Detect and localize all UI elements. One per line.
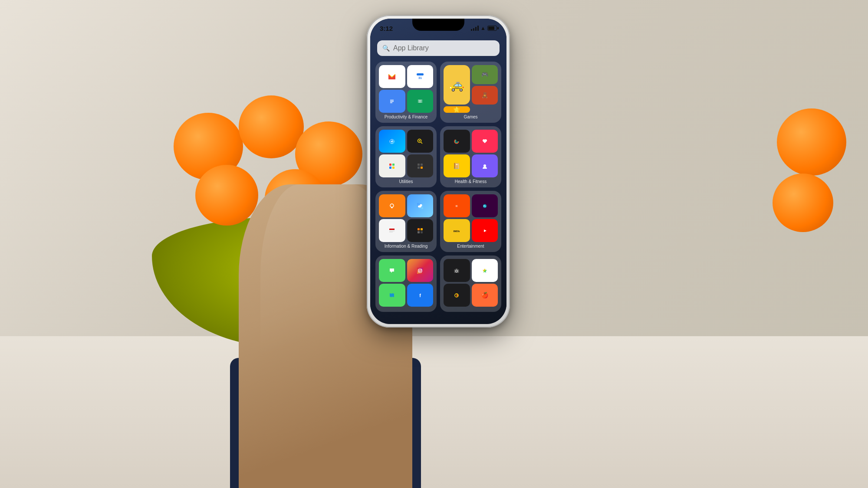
svg-point-64 xyxy=(421,269,422,270)
search-icon: 🔍 xyxy=(382,45,390,52)
orange-right-2 xyxy=(773,174,833,232)
app-launch[interactable] xyxy=(379,154,405,177)
svg-text:f: f xyxy=(419,293,421,298)
folder-label-productivity: Productivity & Finance xyxy=(379,115,433,119)
app-cardhop[interactable] xyxy=(472,154,498,177)
app-weather[interactable] xyxy=(407,194,434,217)
svg-rect-7 xyxy=(390,102,392,103)
svg-rect-12 xyxy=(420,100,420,103)
search-bar[interactable]: 🔍 App Library xyxy=(377,40,500,56)
svg-rect-44 xyxy=(389,231,395,231)
app-journal[interactable]: 📔 xyxy=(444,154,470,177)
svg-point-41 xyxy=(418,205,421,207)
svg-rect-25 xyxy=(418,164,420,166)
folder-entertainment[interactable]: ≡ PL IMDb Entertainment xyxy=(440,191,501,252)
app-overcast[interactable] xyxy=(379,194,405,217)
signal-icon xyxy=(471,26,479,31)
folder-label-info: Information & Reading xyxy=(379,244,433,249)
svg-rect-72 xyxy=(456,269,457,270)
svg-rect-48 xyxy=(421,228,423,230)
orange-right-1 xyxy=(777,108,846,176)
app-reeder[interactable] xyxy=(444,284,470,307)
svg-rect-43 xyxy=(389,229,395,230)
svg-text:≡: ≡ xyxy=(456,204,458,208)
app-imdb[interactable]: IMDb xyxy=(444,219,470,242)
app-taxi[interactable]: 🚕 xyxy=(444,65,470,105)
svg-rect-45 xyxy=(389,232,393,232)
svg-rect-26 xyxy=(421,164,423,166)
svg-rect-50 xyxy=(421,231,423,233)
orange-2 xyxy=(239,95,304,158)
table-surface xyxy=(0,336,868,488)
folder-camera[interactable]: 🍎 xyxy=(440,255,501,312)
folder-row-2: Utilities 📔 xyxy=(375,126,501,187)
folder-social[interactable]: f xyxy=(375,255,437,312)
svg-rect-61 xyxy=(417,268,423,274)
app-calendar[interactable]: 31 xyxy=(407,65,434,88)
folder-label-utilities: Utilities xyxy=(379,179,433,184)
svg-text:PL: PL xyxy=(483,205,486,207)
folder-utilities[interactable]: Utilities xyxy=(375,126,437,187)
svg-rect-6 xyxy=(390,101,394,102)
svg-rect-28 xyxy=(421,167,423,169)
app-photos[interactable] xyxy=(472,259,498,282)
folder-row-3: Information & Reading ≡ PL IMDb xyxy=(375,191,501,252)
app-grid: 31 Productivity & Finance xyxy=(374,60,503,321)
status-icons: ▲ xyxy=(471,25,497,31)
svg-point-20 xyxy=(419,140,420,141)
search-placeholder: App Library xyxy=(393,44,429,52)
app-activity[interactable] xyxy=(444,130,470,153)
svg-point-29 xyxy=(454,139,459,144)
folder-label-entertainment: Entertainment xyxy=(444,244,498,249)
app-health[interactable] xyxy=(472,130,498,153)
app-instagram[interactable] xyxy=(407,259,434,282)
status-time: 3:12 xyxy=(380,25,393,32)
svg-rect-2 xyxy=(417,73,424,75)
app-premier[interactable]: PL xyxy=(472,194,498,217)
folder-label-health: Health & Fitness xyxy=(444,179,498,184)
battery-icon xyxy=(487,26,497,31)
wifi-icon: ▲ xyxy=(480,25,486,31)
app-strava[interactable]: ≡ xyxy=(444,194,470,217)
svg-line-19 xyxy=(421,142,422,144)
svg-text:31: 31 xyxy=(418,76,422,79)
app-youtube[interactable] xyxy=(472,219,498,242)
app-sheets[interactable] xyxy=(407,90,434,113)
app-news[interactable] xyxy=(379,219,405,242)
app-facebook[interactable]: f xyxy=(407,284,434,307)
app-safari[interactable] xyxy=(379,130,405,153)
folder-row-1: 31 Productivity & Finance xyxy=(375,62,501,123)
svg-rect-24 xyxy=(392,167,395,169)
svg-rect-21 xyxy=(389,164,391,166)
svg-rect-5 xyxy=(390,100,394,101)
svg-rect-22 xyxy=(392,164,395,166)
app-docs[interactable] xyxy=(379,90,405,113)
svg-text:IMDb: IMDb xyxy=(454,230,460,233)
app-game1[interactable]: 🧸 xyxy=(472,86,498,105)
app-messages[interactable] xyxy=(379,259,405,282)
notch xyxy=(412,19,464,31)
app-maps[interactable] xyxy=(379,284,405,307)
app-mixed[interactable] xyxy=(407,219,434,242)
folder-games[interactable]: 🚕 🎮 🧸 ⭐ Games xyxy=(440,62,501,123)
svg-rect-27 xyxy=(418,167,420,169)
app-profind[interactable] xyxy=(407,130,434,153)
svg-marker-66 xyxy=(390,293,394,297)
folder-health[interactable]: 📔 Health & Fitness xyxy=(440,126,501,187)
app-gmail[interactable] xyxy=(379,65,405,88)
folder-productivity[interactable]: 31 Productivity & Finance xyxy=(375,62,437,123)
svg-rect-49 xyxy=(418,231,420,233)
folder-label-games: Games xyxy=(444,115,498,119)
app-overflow[interactable] xyxy=(407,154,434,177)
app-mela[interactable]: 🍎 xyxy=(472,284,498,307)
app-minecraft[interactable]: 🎮 xyxy=(472,65,498,84)
iphone-frame: 3:12 ▲ 🔍 App Library xyxy=(367,15,510,328)
svg-rect-23 xyxy=(389,167,391,169)
app-game2[interactable]: ⭐ xyxy=(444,106,470,113)
iphone-screen: 3:12 ▲ 🔍 App Library xyxy=(370,19,506,324)
svg-rect-47 xyxy=(418,228,420,230)
folder-info[interactable]: Information & Reading xyxy=(375,191,437,252)
orange-4 xyxy=(195,165,258,226)
app-camera[interactable] xyxy=(444,259,470,282)
folder-row-4: f xyxy=(375,255,501,312)
